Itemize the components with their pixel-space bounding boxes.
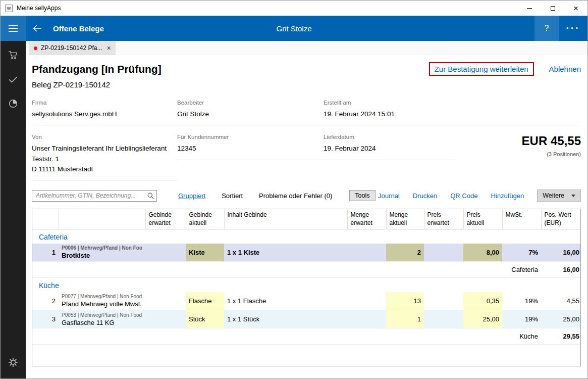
subtotal-row-cafeteria: Cafeteria 16,00: [32, 262, 581, 278]
field-label: Bearbeiter: [177, 100, 313, 106]
table-toolbar: Gruppiert Sortiert Probleme oder Fehler …: [32, 190, 581, 202]
subtotal-value: 29,55: [541, 328, 581, 345]
article-name: Brotkiste: [62, 252, 142, 259]
cell-inhalt-gebinde: 1 x 1 Flasche: [224, 292, 347, 310]
search-icon[interactable]: [147, 192, 154, 200]
subtotal-label: Küche: [502, 328, 541, 345]
more-actions-label: Weitere: [543, 192, 564, 199]
cell-preis-aktuell[interactable]: 25,00: [463, 310, 502, 328]
supplier-city: D 11111 Musterstadt: [32, 164, 167, 174]
cell-inhalt-gebinde: 1 x 1 Stück: [224, 310, 347, 328]
article-cell: P0077 | Mehrweg/Pfand | Non Food Pfand M…: [59, 292, 145, 310]
minimize-icon: [527, 8, 532, 9]
app-window: W Meine sellyApps × Offene Belege Grit S…: [0, 0, 588, 379]
unsaved-dot-icon: [34, 46, 37, 50]
field-bearbeiter: Bearbeiter Grit Stolze: [177, 100, 324, 125]
sidebar-item-settings[interactable]: [1, 350, 26, 374]
cell-mwst: 7%: [502, 244, 541, 262]
hamburger-icon: [9, 25, 18, 26]
add-link[interactable]: Hinzufügen: [491, 192, 524, 200]
cell-gebinde-aktuell[interactable]: Flasche: [186, 292, 224, 310]
help-button[interactable]: ?: [534, 16, 559, 41]
cell-gebinde-aktuell[interactable]: Kiste: [186, 244, 224, 262]
col-header-preis-aktuell: Preis aktuell: [463, 209, 502, 229]
maximize-button[interactable]: [541, 1, 564, 16]
field-firma: Firma sellysolutions Serv.ges.mbH: [32, 100, 177, 125]
back-button[interactable]: [26, 16, 49, 41]
window-controls: ×: [518, 1, 587, 16]
hamburger-menu-button[interactable]: [1, 16, 26, 41]
cell-gebinde-aktuell[interactable]: Stück: [186, 310, 224, 328]
more-options-button[interactable]: ···: [559, 16, 587, 41]
article-name: Pfand Mehrweg volle Mwst.: [62, 300, 142, 308]
back-arrow-icon: [32, 23, 43, 34]
field-label: Erstellt am: [324, 100, 571, 106]
cell-pos-wert: 25,00: [541, 310, 581, 328]
cell-gebinde-erwartet: [145, 310, 186, 328]
tools-button[interactable]: Tools: [349, 190, 375, 201]
document-title: Pfandzugang [In Prüfung]: [32, 63, 162, 75]
minimize-button[interactable]: [518, 1, 541, 16]
field-label: Für Kundennummer: [177, 134, 313, 140]
col-header-article: [59, 209, 145, 229]
document-number: Beleg ZP-0219-150142: [32, 80, 581, 89]
cell-preis-erwartet: [424, 244, 463, 262]
group-header-kueche[interactable]: Küche: [32, 278, 581, 292]
cell-preis-aktuell[interactable]: 0,35: [463, 292, 502, 310]
field-kundennummer: Für Kundennummer 12345: [177, 134, 324, 160]
field-row-2: Von Unser Trainingslieferant Ihr Lieblin…: [32, 134, 581, 180]
cell-pos-wert: 4,55: [541, 292, 581, 310]
close-button[interactable]: ×: [564, 1, 587, 16]
cell-preis-aktuell[interactable]: 8,00: [463, 244, 502, 262]
article-cell: P0053 | Mehrweg/Pfand | Non Food Gasflas…: [59, 310, 145, 328]
document-view: Pfandzugang [In Prüfung] Zur Bestätigung…: [26, 55, 587, 378]
position-row-3[interactable]: 3 P0053 | Mehrweg/Pfand | Non Food Gasfl…: [32, 310, 581, 328]
qr-code-link[interactable]: QR Code: [450, 192, 477, 200]
sidebar-item-cart[interactable]: [1, 43, 26, 67]
row-number: 2: [32, 292, 59, 310]
cell-mwst: 19%: [502, 310, 541, 328]
cell-menge-aktuell[interactable]: 2: [386, 244, 424, 262]
cell-menge-aktuell[interactable]: 1: [386, 310, 424, 328]
col-header-inhalt-gebinde: Inhalt Gebinde: [224, 209, 347, 229]
group-header-cafeteria[interactable]: Cafeteria: [32, 229, 581, 244]
tab-document[interactable]: ZP-0219-150142 Pfa... ×: [29, 41, 116, 55]
subtotal-row-kueche: Küche 29,55: [32, 328, 581, 345]
sort-toggle-link[interactable]: Sortiert: [222, 192, 243, 200]
document-actions: Zur Bestätigung weiterleiten Ablehnen: [429, 62, 581, 76]
more-actions-dropdown[interactable]: Weitere: [537, 190, 581, 202]
position-row-2[interactable]: 2 P0077 | Mehrweg/Pfand | Non Food Pfand…: [32, 292, 581, 310]
problems-link[interactable]: Probleme oder Fehler (0): [259, 192, 332, 200]
field-label: Lieferdatum: [324, 134, 446, 140]
col-header-mwst: MwSt.: [502, 209, 541, 229]
document-total: EUR 45,55 (3 Positionen): [456, 134, 581, 157]
field-value: Grit Stolze: [177, 109, 313, 119]
pie-chart-icon: [8, 98, 19, 109]
tab-label: ZP-0219-150142 Pfa...: [41, 44, 102, 52]
sidebar-item-tasks[interactable]: [1, 67, 26, 91]
col-header-preis-erwartet: Preis erwartet: [424, 209, 463, 229]
cell-gebinde-erwartet: [145, 292, 186, 310]
reject-button[interactable]: Ablehnen: [549, 65, 581, 73]
total-amount: EUR 45,55: [456, 134, 581, 148]
position-row-1[interactable]: 1 P0006 | Mehrweg/Pfand | Non Food Brotk…: [32, 244, 581, 262]
titlebar: W Meine sellyApps ×: [1, 1, 587, 16]
group-toggle-link[interactable]: Gruppiert: [178, 192, 205, 200]
tab-close-icon[interactable]: ×: [106, 44, 111, 52]
field-von: Von Unser Trainingslieferant Ihr Lieblin…: [32, 134, 177, 180]
sidebar-item-reports[interactable]: [1, 91, 26, 116]
forward-for-approval-button[interactable]: Zur Bestätigung weiterleiten: [429, 62, 534, 76]
subtotal-label: Cafeteria: [502, 262, 541, 278]
current-user: Grit Stolze: [276, 24, 311, 33]
journal-link[interactable]: Journal: [378, 192, 400, 200]
subtotal-value: 16,00: [541, 262, 581, 278]
toolbar-right: Journal Drucken QR Code Hinzufügen Weite…: [378, 190, 581, 202]
cell-menge-aktuell[interactable]: 13: [386, 292, 424, 310]
row-number: 3: [32, 310, 59, 328]
print-link[interactable]: Drucken: [413, 192, 437, 200]
search-input[interactable]: [32, 190, 157, 202]
field-value: 12345: [177, 144, 313, 154]
article-cell: P0006 | Mehrweg/Pfand | Non Food Brotkis…: [59, 244, 145, 262]
supplier-street: Teststr. 1: [32, 154, 167, 164]
cart-icon: [8, 50, 19, 61]
